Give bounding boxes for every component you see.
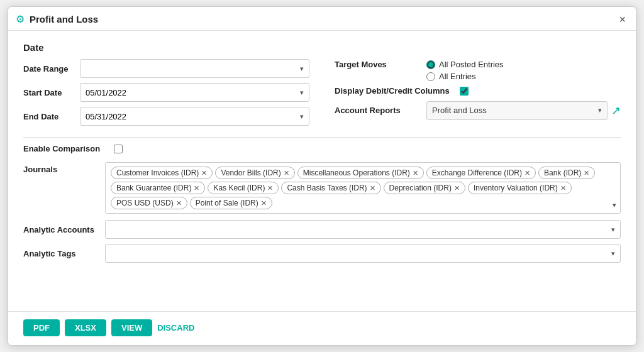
all-entries-radio[interactable]	[426, 72, 435, 81]
journals-tags-inner: Customer Invoices (IDR) ✕Vendor Bills (I…	[111, 167, 615, 209]
journal-tag-remove[interactable]: ✕	[261, 199, 267, 207]
analytic-tags-row: Analytic Tags ▾	[23, 244, 621, 263]
journal-tag-remove[interactable]: ✕	[176, 199, 182, 207]
journal-tag-remove[interactable]: ✕	[194, 184, 199, 192]
debit-credit-label: Display Debit/Credit Columns	[335, 86, 450, 96]
date-range-chevron-icon: ▾	[300, 65, 304, 73]
end-date-value: 05/31/2022	[86, 112, 126, 121]
form-grid: Date Date Range ▾ Start Date 05/01/2022 …	[23, 42, 621, 131]
end-date-dropdown[interactable]: 05/31/2022 ▾	[80, 107, 309, 126]
all-posted-entries-label: All Posted Entries	[439, 60, 504, 69]
account-reports-label: Account Reports	[335, 106, 416, 115]
start-date-label: Start Date	[23, 88, 80, 97]
end-date-row: End Date 05/31/2022 ▾	[23, 107, 309, 126]
journal-tag: Depreciation (IDR) ✕	[384, 182, 465, 194]
discard-button[interactable]: DISCARD	[157, 323, 194, 333]
journal-tag-remove[interactable]: ✕	[267, 184, 273, 192]
journal-tag-remove[interactable]: ✕	[525, 169, 530, 177]
dialog-footer: PDF XLSX VIEW DISCARD	[8, 311, 636, 345]
dialog-header: ⚙ Profit and Loss ×	[8, 7, 636, 31]
journal-tag: Miscellaneous Operations (IDR) ✕	[297, 167, 424, 179]
start-date-chevron-icon: ▾	[300, 89, 304, 97]
dialog-icon: ⚙	[16, 13, 25, 25]
account-reports-chevron-icon: ▾	[598, 106, 602, 114]
journal-tag: Bank Guarantee (IDR) ✕	[111, 182, 205, 194]
start-date-value: 05/01/2022	[86, 88, 126, 97]
all-posted-entries-radio[interactable]	[426, 60, 435, 69]
all-entries-label: All Entries	[439, 72, 476, 81]
journal-tag-remove[interactable]: ✕	[284, 169, 289, 177]
journal-tag: Customer Invoices (IDR) ✕	[111, 167, 213, 179]
all-posted-entries-row: All Posted Entries	[426, 60, 504, 69]
debit-credit-checkbox[interactable]	[460, 87, 469, 96]
end-date-chevron-icon: ▾	[300, 113, 304, 121]
date-section-title: Date	[23, 42, 309, 53]
journal-tag-remove[interactable]: ✕	[413, 169, 418, 177]
analytic-tags-chevron-icon: ▾	[611, 250, 615, 258]
all-entries-row: All Entries	[426, 72, 504, 81]
date-range-label: Date Range	[23, 64, 80, 74]
date-range-dropdown[interactable]: ▾	[80, 59, 309, 78]
divider	[23, 137, 621, 138]
journal-tag: Vendor Bills (IDR) ✕	[215, 167, 294, 179]
enable-comparison-row: Enable Comparison	[23, 144, 621, 153]
debit-credit-row: Display Debit/Credit Columns	[335, 86, 621, 96]
start-date-row: Start Date 05/01/2022 ▾	[23, 83, 309, 102]
journal-tag-remove[interactable]: ✕	[560, 184, 566, 192]
start-date-dropdown[interactable]: 05/01/2022 ▾	[80, 83, 309, 102]
enable-comparison-label: Enable Comparison	[23, 144, 105, 153]
account-reports-value: Profit and Loss	[432, 106, 487, 115]
journal-tag: Cash Basis Taxes (IDR) ✕	[281, 182, 380, 194]
enable-comparison-checkbox[interactable]	[114, 145, 123, 153]
journal-tag-remove[interactable]: ✕	[201, 169, 207, 177]
account-reports-dropdown[interactable]: Profit and Loss ▾	[426, 101, 608, 120]
date-range-row: Date Range ▾	[23, 59, 309, 78]
target-moves-label: Target Moves	[335, 60, 416, 69]
journal-tag: Kas Kecil (IDR) ✕	[208, 182, 279, 194]
xlsx-button[interactable]: XLSX	[65, 319, 106, 336]
journal-tag-remove[interactable]: ✕	[454, 184, 460, 192]
analytic-accounts-label: Analytic Accounts	[23, 225, 105, 234]
analytic-accounts-control[interactable]: ▾	[105, 220, 621, 239]
dialog-title-row: ⚙ Profit and Loss	[16, 13, 98, 25]
journal-tag-remove[interactable]: ✕	[370, 184, 375, 192]
dialog-body: Date Date Range ▾ Start Date 05/01/2022 …	[8, 31, 636, 311]
profit-and-loss-dialog: ⚙ Profit and Loss × Date Date Range ▾ St…	[8, 6, 636, 346]
target-moves-options: All Posted Entries All Entries	[426, 60, 504, 81]
account-reports-row: Account Reports Profit and Loss ▾ ↗	[335, 101, 621, 120]
journal-tag-remove[interactable]: ✕	[584, 169, 589, 177]
analytic-accounts-chevron-icon: ▾	[611, 226, 615, 234]
pdf-button[interactable]: PDF	[23, 319, 60, 336]
end-date-label: End Date	[23, 112, 80, 121]
close-button[interactable]: ×	[619, 14, 626, 25]
journals-label: Journals	[23, 162, 105, 174]
journal-tag: Bank (IDR) ✕	[538, 167, 595, 179]
journal-tag: Point of Sale (IDR) ✕	[190, 197, 272, 209]
view-button[interactable]: VIEW	[111, 319, 152, 336]
journals-tags-container[interactable]: Customer Invoices (IDR) ✕Vendor Bills (I…	[105, 162, 621, 214]
analytic-tags-label: Analytic Tags	[23, 249, 105, 258]
journal-tag: POS USD (USD) ✕	[111, 197, 187, 209]
journal-tag: Exchange Difference (IDR) ✕	[426, 167, 536, 179]
account-reports-control: Profit and Loss ▾ ↗	[426, 101, 621, 120]
journals-section: Journals Customer Invoices (IDR) ✕Vendor…	[23, 162, 621, 214]
external-link-icon[interactable]: ↗	[611, 104, 621, 118]
right-column: Target Moves All Posted Entries All Entr…	[335, 42, 621, 131]
target-moves-row: Target Moves All Posted Entries All Entr…	[335, 60, 621, 81]
dialog-title: Profit and Loss	[30, 14, 98, 25]
journal-tag: Inventory Valuation (IDR) ✕	[468, 182, 572, 194]
left-column: Date Date Range ▾ Start Date 05/01/2022 …	[23, 42, 309, 131]
journals-chevron-icon: ▾	[613, 201, 616, 209]
analytic-tags-control[interactable]: ▾	[105, 244, 621, 263]
analytic-accounts-row: Analytic Accounts ▾	[23, 220, 621, 239]
